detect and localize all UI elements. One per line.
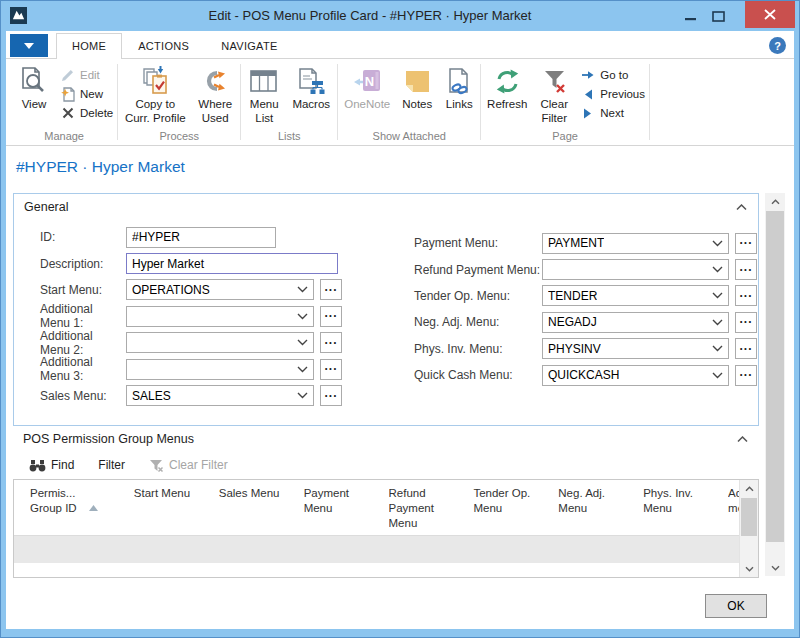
scrollbar-thumb[interactable]: [766, 211, 784, 542]
field-row: Refund Payment Menu: ...: [402, 256, 757, 282]
pos-permission-table: Permis... Group ID Start Menu Sales Menu…: [13, 479, 759, 578]
general-collapse-button[interactable]: [736, 200, 747, 214]
pos-permission-section-title: POS Permission Group Menus: [23, 432, 194, 446]
additional-menu-3-select[interactable]: [126, 359, 314, 380]
start-menu-select[interactable]: OPERATIONS: [126, 279, 314, 300]
macros-button[interactable]: Macros: [286, 62, 336, 114]
maximize-button[interactable]: [707, 6, 729, 26]
sales-menu-label: Sales Menu:: [14, 389, 126, 403]
payment-menu-lookup-button[interactable]: ...: [735, 233, 757, 254]
ok-button[interactable]: OK: [705, 594, 767, 618]
close-button[interactable]: [745, 1, 795, 28]
clear-filter-icon: [149, 459, 164, 472]
neg-adj-menu-lookup-button[interactable]: ...: [735, 312, 757, 333]
additional-menu-2-select[interactable]: [126, 332, 314, 353]
chevron-down-icon: [24, 43, 34, 49]
column-start-menu[interactable]: Start Menu: [134, 486, 219, 535]
additional-menu-1-label: Additional Menu 1:: [14, 302, 126, 330]
refund-payment-menu-select[interactable]: [542, 259, 729, 280]
quick-cash-menu-lookup-button[interactable]: ...: [735, 365, 757, 386]
additional-menu-1-select[interactable]: [126, 306, 314, 327]
refresh-button[interactable]: Refresh: [482, 62, 532, 114]
filter-button[interactable]: Filter: [98, 458, 125, 472]
chevron-down-icon: [712, 292, 723, 299]
sales-menu-lookup-button[interactable]: ...: [320, 385, 342, 406]
next-icon: [579, 105, 596, 121]
page-scrollbar[interactable]: [765, 193, 785, 576]
view-button[interactable]: View: [12, 62, 56, 114]
neg-adj-menu-select[interactable]: NEGADJ: [542, 312, 729, 333]
phys-inv-menu-lookup-button[interactable]: ...: [735, 338, 757, 359]
application-menu-button[interactable]: [10, 34, 48, 57]
column-tender-op-menu[interactable]: Tender Op. Menu: [473, 486, 558, 535]
notes-icon: [405, 64, 430, 98]
help-button[interactable]: ?: [769, 37, 786, 54]
column-permission-group-id[interactable]: Permis... Group ID: [30, 486, 134, 535]
column-refund-payment-menu[interactable]: Refund Payment Menu: [389, 486, 474, 535]
field-row: Sales Menu: SALES ...: [14, 382, 342, 408]
tab-actions[interactable]: ACTIONS: [122, 33, 205, 60]
ribbon-group-manage: View Edit New: [12, 59, 116, 145]
chevron-down-icon: [712, 319, 723, 326]
scroll-up-icon[interactable]: [740, 480, 758, 497]
column-neg-adj-menu[interactable]: Neg. Adj. Menu: [558, 486, 643, 535]
window-title: Edit - POS Menu Profile Card - #HYPER · …: [61, 8, 679, 23]
new-button[interactable]: New: [56, 86, 116, 102]
scrollbar-thumb[interactable]: [741, 498, 757, 536]
copy-to-curr-profile-button[interactable]: Copy to Curr. Profile: [119, 62, 191, 127]
scroll-up-icon[interactable]: [765, 193, 785, 210]
ribbon-group-process: Copy to Curr. Profile Whe: [119, 59, 239, 145]
quick-cash-menu-select[interactable]: QUICKCASH: [542, 365, 729, 386]
phys-inv-menu-label: Phys. Inv. Menu:: [402, 342, 542, 356]
find-button[interactable]: Find: [29, 458, 74, 472]
goto-button[interactable]: Go to: [576, 67, 648, 83]
menu-list-button[interactable]: Menu List: [242, 62, 286, 127]
next-button[interactable]: Next: [576, 105, 648, 121]
scroll-down-icon[interactable]: [740, 560, 758, 577]
tab-home[interactable]: HOME: [56, 33, 122, 60]
refresh-icon: [494, 64, 521, 98]
previous-button[interactable]: Previous: [576, 86, 648, 102]
scroll-down-icon[interactable]: [765, 559, 785, 576]
tender-op-menu-lookup-button[interactable]: ...: [735, 285, 757, 306]
id-label: ID:: [14, 230, 126, 244]
payment-menu-select[interactable]: PAYMENT: [542, 233, 729, 254]
field-row: Phys. Inv. Menu: PHYSINV ...: [402, 336, 757, 362]
field-row: Quick Cash Menu: QUICKCASH ...: [402, 362, 757, 388]
chevron-down-icon: [297, 392, 308, 399]
refund-payment-menu-lookup-button[interactable]: ...: [735, 259, 757, 280]
chevron-up-icon: [736, 204, 747, 211]
field-row: Additional Menu 3: ...: [14, 356, 342, 382]
additional-menu-3-lookup-button[interactable]: ...: [320, 359, 342, 380]
edit-icon: [59, 67, 76, 83]
clear-filter-button[interactable]: Clear Filter: [532, 62, 576, 127]
delete-button[interactable]: Delete: [56, 105, 116, 121]
additional-menu-2-lookup-button[interactable]: ...: [320, 332, 342, 353]
ribbon-group-page: Refresh Clear Filter: [482, 59, 648, 145]
previous-icon: [579, 86, 596, 102]
column-phys-inv-menu[interactable]: Phys. Inv. Menu: [643, 486, 728, 535]
tab-navigate[interactable]: NAVIGATE: [205, 33, 293, 60]
empty-table-row[interactable]: [14, 535, 739, 563]
minimize-button[interactable]: [679, 6, 701, 26]
pos-permission-collapse-button[interactable]: [737, 432, 748, 446]
where-used-button[interactable]: Where Used: [191, 62, 239, 127]
tender-op-menu-select[interactable]: TENDER: [542, 285, 729, 306]
table-scrollbar[interactable]: [739, 480, 758, 577]
additional-menu-2-label: Additional Menu 2:: [14, 329, 126, 357]
pos-grid-toolbar: Find Filter Clear Filter: [13, 452, 228, 478]
additional-menu-1-lookup-button[interactable]: ...: [320, 306, 342, 327]
column-sales-menu[interactable]: Sales Menu: [219, 486, 304, 535]
id-input[interactable]: [126, 227, 276, 248]
delete-icon: [59, 105, 76, 121]
sales-menu-select[interactable]: SALES: [126, 385, 314, 406]
refund-payment-menu-label: Refund Payment Menu:: [402, 263, 542, 277]
start-menu-lookup-button[interactable]: ...: [320, 279, 342, 300]
notes-button[interactable]: Notes: [395, 62, 439, 114]
clear-filter-icon: [543, 64, 566, 98]
links-button[interactable]: Links: [439, 62, 479, 114]
phys-inv-menu-select[interactable]: PHYSINV: [542, 338, 729, 359]
table-header-row: Permis... Group ID Start Menu Sales Menu…: [14, 480, 758, 535]
description-input[interactable]: [126, 253, 338, 274]
column-payment-menu[interactable]: Payment Menu: [304, 486, 389, 535]
